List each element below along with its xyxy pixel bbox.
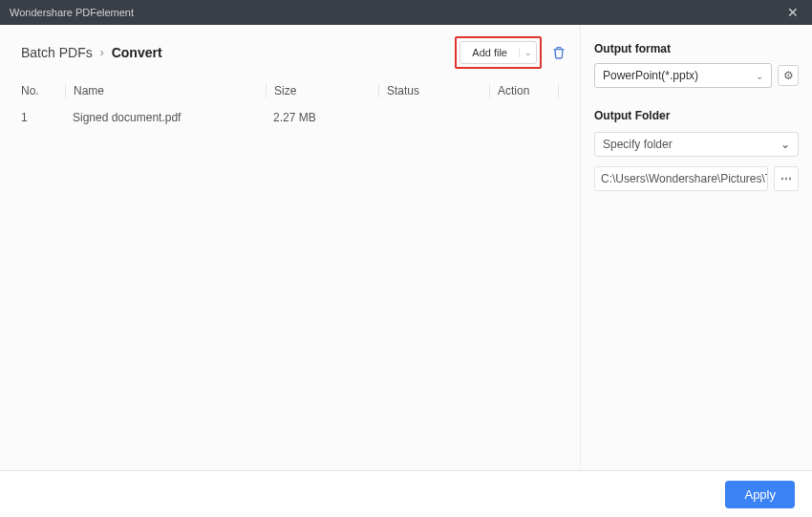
breadcrumb-root[interactable]: Batch PDFs [21, 45, 93, 60]
footer: Apply [0, 471, 812, 517]
close-icon[interactable]: ✕ [783, 5, 802, 20]
header-row: Batch PDFs › Convert Add file ⌄ [0, 25, 580, 78]
add-file-highlight: Add file ⌄ [455, 36, 542, 69]
chevron-right-icon: › [100, 46, 104, 59]
output-folder-path: C:\Users\Wondershare\Pictures\TLDR T [594, 166, 768, 191]
cell-status [378, 111, 489, 124]
output-folder-value: Specify folder [603, 138, 673, 151]
cell-no: 1 [21, 111, 65, 124]
col-header-no: No. [21, 84, 65, 97]
left-pane: Batch PDFs › Convert Add file ⌄ [0, 25, 580, 470]
col-header-size: Size [266, 84, 378, 97]
header-actions: Add file ⌄ [455, 36, 566, 69]
add-file-label: Add file [460, 47, 519, 58]
table-row[interactable]: 1 Signed document.pdf 2.27 MB [0, 103, 580, 132]
cell-name: Signed document.pdf [65, 111, 266, 124]
breadcrumb: Batch PDFs › Convert [21, 45, 162, 60]
col-header-status: Status [378, 84, 489, 97]
output-format-value: PowerPoint(*.pptx) [603, 69, 698, 82]
content: Batch PDFs › Convert Add file ⌄ [0, 25, 812, 471]
table-header: No. Name Size Status Action [0, 78, 580, 103]
gear-icon[interactable]: ⚙ [778, 65, 799, 86]
cell-size: 2.27 MB [266, 111, 378, 124]
output-format-select[interactable]: PowerPoint(*.pptx) ⌄ [594, 63, 772, 88]
add-file-button[interactable]: Add file ⌄ [459, 41, 537, 64]
apply-button[interactable]: Apply [725, 481, 795, 508]
breadcrumb-current: Convert [112, 45, 162, 60]
chevron-down-icon[interactable]: ⌄ [519, 48, 536, 57]
output-folder-label: Output Folder [594, 109, 799, 122]
col-header-action: Action [489, 84, 559, 97]
titlebar: Wondershare PDFelement ✕ [0, 0, 812, 25]
output-format-label: Output format [594, 42, 799, 55]
browse-folder-button[interactable]: ⋯ [774, 166, 799, 191]
chevron-down-icon: ⌄ [756, 71, 763, 81]
output-folder-select[interactable]: Specify folder ⌄ [594, 132, 799, 157]
chevron-down-icon: ⌄ [780, 138, 790, 151]
app-title: Wondershare PDFelement [10, 7, 134, 18]
trash-icon[interactable] [551, 45, 566, 60]
cell-action [489, 111, 559, 124]
col-header-name: Name [65, 84, 266, 97]
right-pane: Output format PowerPoint(*.pptx) ⌄ ⚙ Out… [580, 25, 812, 470]
